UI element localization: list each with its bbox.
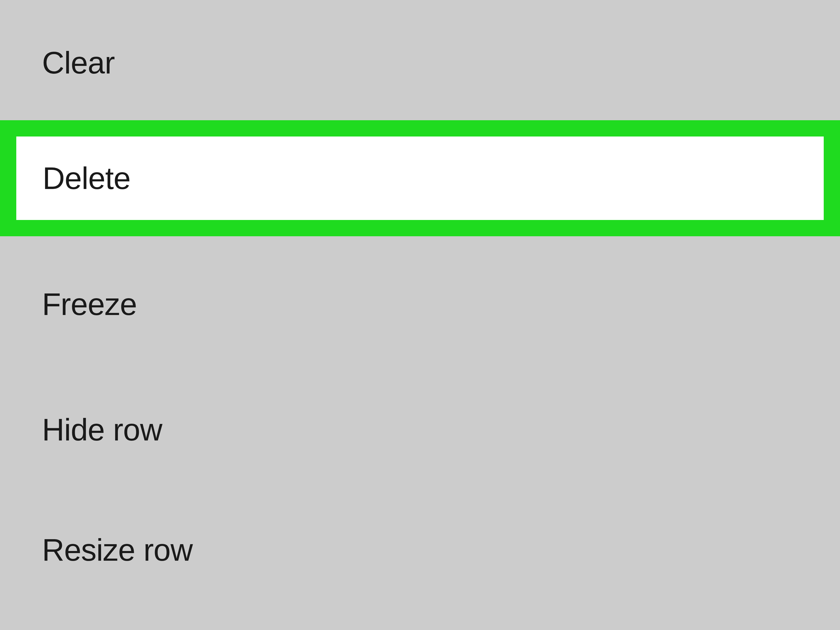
menu-item-hide-row[interactable]: Hide row: [0, 372, 840, 493]
menu-item-clear[interactable]: Clear: [0, 0, 840, 120]
menu-item-label: Hide row: [42, 412, 162, 447]
menu-item-freeze[interactable]: Freeze: [0, 236, 840, 372]
menu-item-label: Delete: [43, 161, 131, 196]
context-menu: Clear Delete Freeze Hide row Resize row: [0, 0, 840, 608]
menu-item-label: Resize row: [42, 533, 193, 567]
menu-item-label: Clear: [42, 46, 115, 80]
menu-item-delete[interactable]: Delete: [16, 136, 824, 220]
menu-item-resize-row[interactable]: Resize row: [0, 493, 840, 608]
menu-item-delete-highlight: Delete: [0, 120, 840, 236]
menu-item-label: Freeze: [42, 287, 137, 322]
